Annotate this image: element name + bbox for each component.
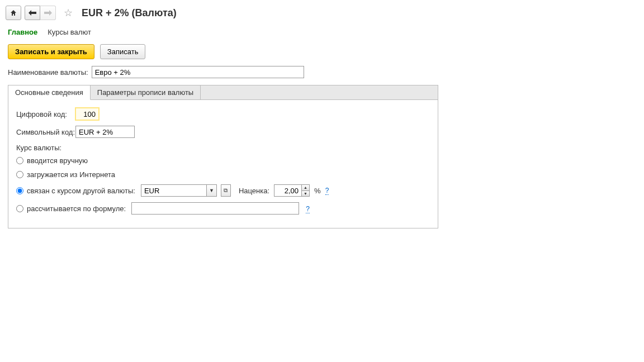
linked-currency-input[interactable] [141,185,206,196]
open-icon: ⧉ [224,187,228,194]
percent-label: % [314,187,321,195]
markup-help-link[interactable]: ? [325,187,329,195]
radio-manual-label[interactable]: вводится вручную [27,156,88,165]
open-currency-button[interactable]: ⧉ [221,184,231,197]
numeric-code-input[interactable] [75,108,99,120]
favorite-star-icon[interactable]: ☆ [64,7,73,19]
dropdown-toggle[interactable]: ▼ [206,185,216,196]
symbol-code-input[interactable] [75,126,135,138]
chevron-down-icon: ▼ [209,188,214,193]
page-title: EUR + 2% (Валюта) [82,7,177,19]
nav-tab-main[interactable]: Главное [8,27,37,37]
tab-basic-info[interactable]: Основные сведения [8,85,91,100]
home-button[interactable] [6,6,21,20]
radio-linked-label[interactable]: связан с курсом другой валюты: [27,187,135,195]
radio-manual[interactable] [16,157,23,164]
tab-spelling-params[interactable]: Параметры прописи валюты [91,85,201,100]
radio-formula[interactable] [16,205,23,212]
save-button[interactable]: Записать [100,44,146,59]
radio-internet[interactable] [16,171,23,178]
arrow-right-icon [44,10,52,16]
back-button[interactable] [25,6,40,20]
markup-input[interactable] [274,185,301,196]
caret-down-icon: ▼ [304,192,307,196]
linked-currency-dropdown[interactable]: ▼ [141,184,217,197]
arrow-left-icon [29,10,36,16]
forward-button[interactable] [40,6,56,20]
save-close-button[interactable]: Записать и закрыть [8,44,94,59]
currency-name-label: Наименование валюты: [8,68,88,77]
home-icon [10,9,17,17]
radio-formula-label[interactable]: рассчитывается по формуле: [27,204,126,213]
caret-up-icon: ▲ [304,185,307,189]
markup-label: Наценка: [239,187,269,195]
spinner-down[interactable]: ▼ [302,191,309,197]
markup-spinner[interactable]: ▲ ▼ [274,184,310,197]
formula-help-link[interactable]: ? [306,205,310,213]
rate-section-label: Курс валюты: [16,144,430,152]
currency-name-input[interactable] [92,66,304,78]
symbol-code-label: Символьный код: [16,128,75,136]
numeric-code-label: Цифровой код: [16,110,75,118]
radio-linked[interactable] [16,187,23,194]
formula-input[interactable] [131,202,299,215]
spinner-up[interactable]: ▲ [302,185,309,191]
nav-tab-rates[interactable]: Курсы валют [48,27,91,37]
radio-internet-label[interactable]: загружается из Интернета [27,170,115,179]
